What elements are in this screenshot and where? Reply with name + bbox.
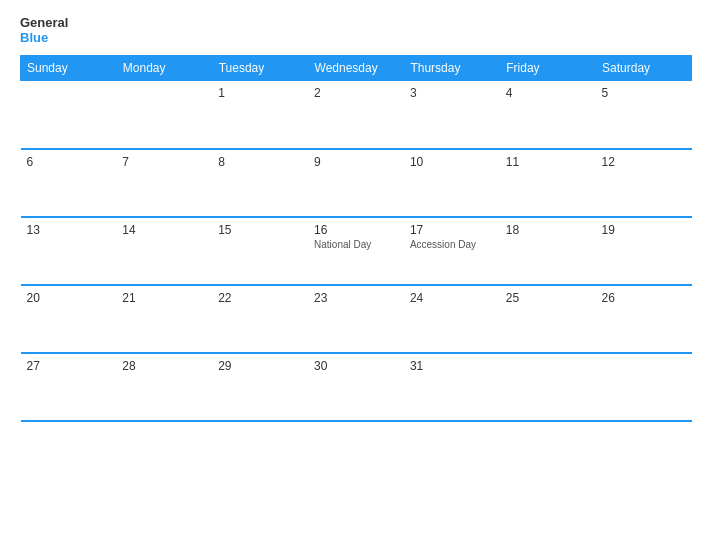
calendar-cell: 9 — [308, 149, 404, 217]
calendar-cell — [116, 81, 212, 149]
calendar-cell: 20 — [21, 285, 117, 353]
day-number: 9 — [314, 155, 398, 169]
calendar-cell: 4 — [500, 81, 596, 149]
day-number: 5 — [602, 86, 686, 100]
calendar-header: General Blue — [20, 15, 692, 45]
calendar-cell: 12 — [596, 149, 692, 217]
day-number: 13 — [27, 223, 111, 237]
calendar-cell: 8 — [212, 149, 308, 217]
day-number: 17 — [410, 223, 494, 237]
day-header-monday: Monday — [116, 56, 212, 81]
day-number: 3 — [410, 86, 494, 100]
calendar-cell: 13 — [21, 217, 117, 285]
day-number: 31 — [410, 359, 494, 373]
day-number: 12 — [602, 155, 686, 169]
calendar-cell: 15 — [212, 217, 308, 285]
calendar-cell: 18 — [500, 217, 596, 285]
calendar-cell — [21, 81, 117, 149]
day-header-sunday: Sunday — [21, 56, 117, 81]
calendar-event: National Day — [314, 239, 398, 250]
calendar-cell: 2 — [308, 81, 404, 149]
day-number: 28 — [122, 359, 206, 373]
calendar-cell: 30 — [308, 353, 404, 421]
calendar-cell: 27 — [21, 353, 117, 421]
calendar-cell: 19 — [596, 217, 692, 285]
calendar-cell: 10 — [404, 149, 500, 217]
calendar-page: General Blue SundayMondayTuesdayWednesda… — [0, 0, 712, 550]
calendar-cell: 23 — [308, 285, 404, 353]
calendar-header-row: SundayMondayTuesdayWednesdayThursdayFrid… — [21, 56, 692, 81]
day-header-wednesday: Wednesday — [308, 56, 404, 81]
calendar-cell: 7 — [116, 149, 212, 217]
calendar-week-1: 6789101112 — [21, 149, 692, 217]
day-number: 4 — [506, 86, 590, 100]
day-header-friday: Friday — [500, 56, 596, 81]
calendar-cell: 6 — [21, 149, 117, 217]
day-number: 7 — [122, 155, 206, 169]
calendar-table: SundayMondayTuesdayWednesdayThursdayFrid… — [20, 55, 692, 422]
calendar-cell: 29 — [212, 353, 308, 421]
calendar-cell — [500, 353, 596, 421]
day-number: 22 — [218, 291, 302, 305]
calendar-week-2: 13141516National Day17Accession Day1819 — [21, 217, 692, 285]
calendar-cell: 17Accession Day — [404, 217, 500, 285]
calendar-cell: 14 — [116, 217, 212, 285]
day-number: 29 — [218, 359, 302, 373]
day-number: 16 — [314, 223, 398, 237]
day-number: 26 — [602, 291, 686, 305]
calendar-cell — [596, 353, 692, 421]
calendar-cell: 5 — [596, 81, 692, 149]
calendar-week-4: 2728293031 — [21, 353, 692, 421]
calendar-cell: 28 — [116, 353, 212, 421]
day-number: 8 — [218, 155, 302, 169]
calendar-cell: 16National Day — [308, 217, 404, 285]
day-number: 25 — [506, 291, 590, 305]
day-number: 1 — [218, 86, 302, 100]
day-header-tuesday: Tuesday — [212, 56, 308, 81]
calendar-cell: 21 — [116, 285, 212, 353]
calendar-week-3: 20212223242526 — [21, 285, 692, 353]
day-number: 20 — [27, 291, 111, 305]
day-number: 23 — [314, 291, 398, 305]
day-number: 11 — [506, 155, 590, 169]
calendar-body: 12345678910111213141516National Day17Acc… — [21, 81, 692, 421]
calendar-event: Accession Day — [410, 239, 494, 250]
calendar-cell: 24 — [404, 285, 500, 353]
day-header-saturday: Saturday — [596, 56, 692, 81]
calendar-cell: 26 — [596, 285, 692, 353]
day-number: 14 — [122, 223, 206, 237]
day-number: 15 — [218, 223, 302, 237]
calendar-cell: 22 — [212, 285, 308, 353]
calendar-cell: 31 — [404, 353, 500, 421]
day-number: 24 — [410, 291, 494, 305]
day-number: 6 — [27, 155, 111, 169]
day-number: 18 — [506, 223, 590, 237]
day-header-thursday: Thursday — [404, 56, 500, 81]
calendar-cell: 1 — [212, 81, 308, 149]
calendar-cell: 11 — [500, 149, 596, 217]
calendar-cell: 3 — [404, 81, 500, 149]
day-number: 27 — [27, 359, 111, 373]
day-number: 30 — [314, 359, 398, 373]
calendar-week-0: 12345 — [21, 81, 692, 149]
day-number: 19 — [602, 223, 686, 237]
logo-text-line1: General — [20, 15, 68, 30]
day-number: 2 — [314, 86, 398, 100]
calendar-cell: 25 — [500, 285, 596, 353]
logo-text-line2: Blue — [20, 30, 48, 45]
day-number: 21 — [122, 291, 206, 305]
day-number: 10 — [410, 155, 494, 169]
